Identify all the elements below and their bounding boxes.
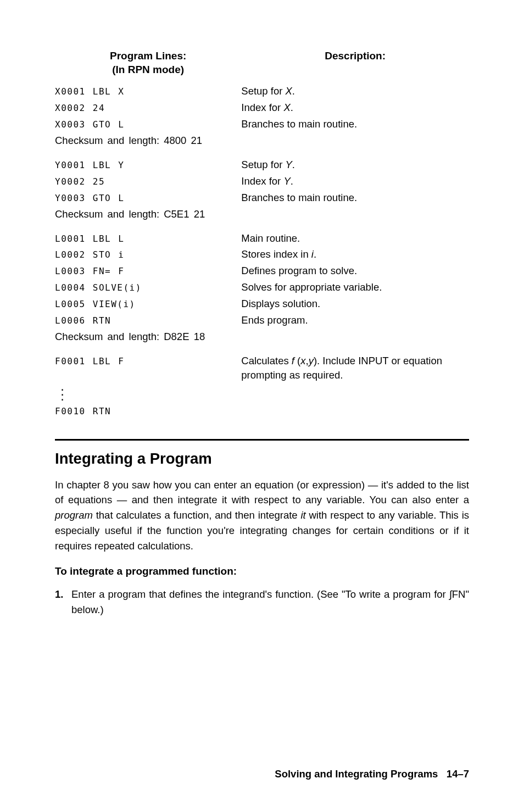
table-row: L0003 FN= F Defines program to solve.: [55, 264, 469, 278]
list-text: Enter a program that defines the integra…: [71, 587, 469, 618]
section-heading: Integrating a Program: [55, 448, 469, 470]
block-y: Y0001 LBL Y Setup for Y. Y0002 25 Index …: [55, 158, 469, 221]
checksum-row: Checksum and length: D82E 18: [55, 330, 469, 344]
table-row: L0002 STO i Stores index in i.: [55, 247, 469, 262]
list-item: 1. Enter a program that defines the inte…: [55, 587, 469, 618]
sub-heading: To integrate a programmed function:: [55, 564, 469, 579]
desc-f: Calculates f (x,y). Include INPUT or equ…: [241, 354, 469, 382]
table-row: X0003 GTO L Branches to main routine.: [55, 117, 469, 131]
table-row: L0005 VIEW(i) Displays solution.: [55, 297, 469, 311]
table-row: F0010 RTN: [55, 404, 469, 418]
header-program-lines: Program Lines: (In RPN mode): [55, 49, 241, 76]
header-description: Description:: [241, 49, 469, 76]
code-line: L0002 STO i: [55, 249, 124, 260]
code-line: X0003 GTO L: [55, 119, 124, 130]
code-line: L0006 RTN: [55, 315, 111, 326]
code-line: L0004 SOLVE(i): [55, 282, 142, 293]
block-l: L0001 LBL L Main routine. L0002 STO i St…: [55, 231, 469, 344]
code-line: Y0002 25: [55, 176, 105, 187]
table-row: L0001 LBL L Main routine.: [55, 231, 469, 246]
code-line: X0001 LBL X: [55, 86, 124, 97]
code-line: Y0001 LBL Y: [55, 160, 124, 170]
table-row: Y0003 GTO L Branches to main routine.: [55, 191, 469, 205]
table-headers: Program Lines: (In RPN mode) Description…: [55, 49, 469, 76]
list-number: 1.: [55, 587, 71, 618]
table-row: L0006 RTN Ends program.: [55, 313, 469, 327]
code-line: L0005 VIEW(i): [55, 299, 136, 309]
table-row: Y0002 25 Index for Y.: [55, 174, 469, 188]
code-line: L0003 FN= F: [55, 266, 124, 276]
table-row: L0004 SOLVE(i) Solves for appropriate va…: [55, 280, 469, 294]
code-line: X0002 24: [55, 103, 105, 113]
page-footer: Solving and Integrating Programs 14–7: [275, 767, 469, 781]
table-row: X0002 24 Index for X.: [55, 101, 469, 115]
code-line: F0001 LBL F: [55, 356, 124, 366]
table-row: X0001 LBL X Setup for X.: [55, 84, 469, 98]
code-line: L0001 LBL L: [55, 233, 124, 244]
table-row: Y0001 LBL Y Setup for Y.: [55, 158, 469, 172]
checksum-row: Checksum and length: 4800 21: [55, 134, 469, 148]
table-row: F0001 LBL F Calculates f (x,y). Include …: [55, 354, 469, 382]
block-f: F0001 LBL F Calculates f (x,y). Include …: [55, 354, 469, 418]
program-table: Program Lines: (In RPN mode) Description…: [55, 49, 469, 418]
block-x: X0001 LBL X Setup for X. X0002 24 Index …: [55, 84, 469, 148]
vertical-dots-icon: ...: [59, 385, 469, 400]
code-line: F0010 RTN: [55, 406, 111, 416]
code-line: Y0003 GTO L: [55, 193, 124, 203]
intro-paragraph: In chapter 8 you saw how you can enter a…: [55, 477, 469, 554]
section-rule: [55, 439, 469, 441]
checksum-row: Checksum and length: C5E1 21: [55, 207, 469, 221]
